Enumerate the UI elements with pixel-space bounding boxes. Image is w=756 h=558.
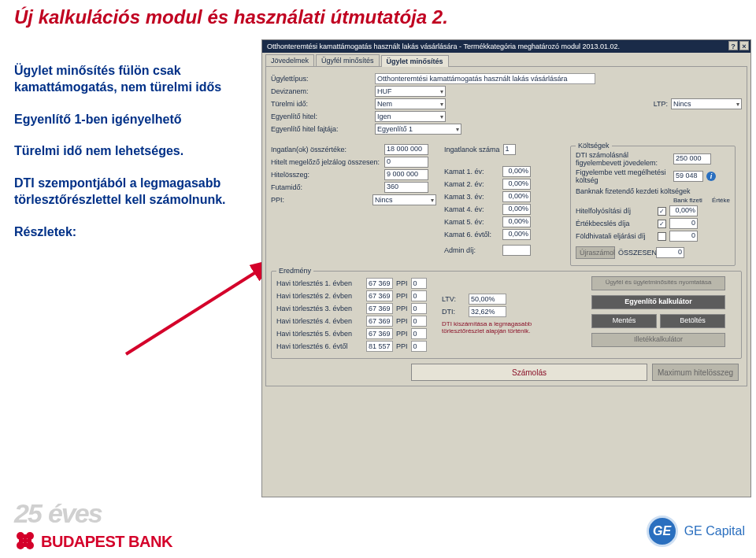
ingatlanok-szama-label: Ingatlanok száma	[444, 146, 500, 153]
svg-point-2	[26, 532, 34, 540]
hitelfolyositasi-check[interactable]	[658, 207, 666, 216]
bank-koltsegek-label: Banknak fizetendő kezdeti költségek	[576, 187, 730, 195]
tab-jovedelmek[interactable]: Jövedelmek	[265, 54, 314, 66]
info-icon[interactable]: i	[706, 172, 716, 181]
kamat2-label: Kamat 2. év:	[444, 180, 499, 188]
torl1-ppi: 0	[411, 278, 427, 289]
dti-label: DTI:	[442, 308, 465, 316]
ertekbecsles-label: Értékbecslés díja	[576, 220, 654, 227]
torl2-label: Havi törlesztés 2. évben	[276, 292, 363, 300]
budapest-bank-icon	[14, 530, 36, 553]
ugylettipus-value: Otthonteremtési kamattámogatás használt …	[375, 73, 595, 84]
futamido-label: Futamidő:	[271, 183, 381, 191]
hitelosszeg-input[interactable]: 9 000 000	[384, 169, 428, 180]
foldhivatali-value[interactable]: 0	[669, 231, 698, 242]
admin-dij-input[interactable]	[502, 245, 531, 256]
tab-ugyfel-minosites[interactable]: Ügyfél minősítés	[316, 54, 380, 66]
megelhetes-value: 59 048	[673, 171, 703, 182]
egyenlito-hitel-label: Egyenlítő hitel:	[271, 113, 372, 120]
slide-title: Új kalkulációs modul és használati útmut…	[14, 6, 448, 28]
middle-column: Ingatlanok száma1 Kamat 1. év:0,00% Kama…	[444, 142, 562, 266]
turelmi-select[interactable]: Nem	[375, 98, 446, 109]
foldhivatali-check[interactable]	[658, 232, 666, 241]
megelhetes-label: Figyelembe vett megélhetési költség	[576, 168, 670, 184]
tabs: Jövedelmek Ügyfél minősítés Ügylet minős…	[265, 54, 747, 66]
osszesen-label: ÖSSZESEN	[618, 249, 653, 257]
ge-capital-text: GE Capital	[684, 524, 745, 538]
note-5: Részletek:	[14, 224, 250, 241]
koltsegek-title: Költségek	[576, 142, 612, 150]
kamat5-input[interactable]: 0,00%	[502, 216, 531, 227]
hitelfolyositasi-value[interactable]: 0,00%	[669, 205, 698, 216]
print-button[interactable]: Ügyfél és ügyletminősítés nyomtatása	[591, 276, 725, 290]
ingatlan-label: Ingatlan(ok) összértéke:	[271, 146, 381, 153]
egyenlito-kalkulator-button[interactable]: Egyenlítő kalkulátor	[591, 295, 725, 309]
kamat4-input[interactable]: 0,00%	[502, 204, 531, 215]
jelzalog-input[interactable]: 0	[384, 157, 428, 168]
ujraszamol-button[interactable]: Újraszámol	[576, 246, 615, 259]
erteke-header: Értéke	[712, 197, 730, 204]
illetekkalkulator-button[interactable]: Illetékkalkulátor	[591, 333, 725, 347]
ingatlanok-szama-input[interactable]: 1	[503, 144, 516, 155]
mentes-button[interactable]: Mentés	[591, 314, 657, 328]
devizanem-select[interactable]: HUF	[375, 86, 446, 97]
budapest-bank-logo: 25 éves BUDAPEST BANK	[14, 494, 172, 553]
note-3: Türelmi idő nem lehetséges.	[14, 143, 250, 160]
svg-point-4	[26, 541, 34, 549]
futamido-input[interactable]: 360	[384, 182, 428, 193]
ltv-label: LTV:	[442, 295, 465, 303]
note-2: Egyenlítő 1-ben igényelhető	[14, 112, 250, 128]
torl6-value: 81 557	[366, 341, 393, 352]
szamolas-button[interactable]: Számolás	[411, 364, 647, 381]
kamat5-label: Kamat 5. év:	[444, 218, 499, 226]
kamat1-label: Kamat 1. év:	[444, 168, 499, 176]
osszesen-value: 0	[656, 247, 684, 258]
dti-jovedelem-label: DTI számolásnál figyelembevett jövedelem…	[576, 151, 670, 167]
ppi-select[interactable]: Nincs	[372, 194, 436, 205]
max-hitelosszeg-button[interactable]: Maximum hitelösszeg	[652, 364, 739, 381]
bank-fizeti-header: Bank fizeti	[673, 197, 702, 204]
turelmi-label: Türelmi idő:	[271, 100, 372, 108]
ltv-value: 50,00%	[469, 294, 506, 305]
kamat2-input[interactable]: 0,00%	[502, 179, 531, 190]
svg-point-1	[17, 532, 24, 540]
footer-buttons: Számolás Maximum hitelösszeg	[271, 364, 742, 381]
kamat6-input[interactable]: 0,00%	[502, 229, 531, 240]
torl5-ppi: 0	[411, 328, 427, 339]
tab-ugylet-minosites[interactable]: Ügylet minősítés	[381, 55, 449, 67]
torl3-ppi: 0	[411, 303, 427, 314]
torl6-ppi: 0	[411, 341, 427, 352]
koltsegek-panel: Költségek DTI számolásnál figyelembevett…	[570, 142, 736, 266]
ppi-col-label: PPI	[396, 279, 408, 287]
ertekbecsles-value[interactable]: 0	[669, 218, 698, 229]
ingatlan-input[interactable]: 18 000 000	[384, 144, 428, 155]
hitelosszeg-label: Hitelösszeg:	[271, 171, 381, 179]
svg-line-0	[126, 260, 276, 354]
ltp-select[interactable]: Nincs	[671, 98, 742, 109]
window-title-bar: Otthonteremtési kamattámogatás használt …	[262, 40, 750, 53]
kamat3-input[interactable]: 0,00%	[502, 191, 531, 202]
kamat6-label: Kamat 6. évtől:	[444, 231, 499, 238]
egyenlito-fajta-select[interactable]: Egyenlítő 1	[375, 124, 461, 135]
svg-point-3	[17, 541, 24, 549]
egyenlito-fajta-label: Egyenlítő hitel fajtája:	[271, 125, 372, 133]
betoltes-button[interactable]: Betöltés	[660, 314, 725, 328]
form-body: Ügylettípus: Otthonteremtési kamattámoga…	[265, 66, 747, 386]
kamat3-label: Kamat 3. év:	[444, 193, 499, 201]
svg-rect-6	[24, 534, 27, 547]
torl2-value: 67 369	[366, 290, 393, 301]
torl1-label: Havi törlesztés 1. évben	[276, 279, 363, 287]
ertekbecsles-check[interactable]	[658, 220, 666, 228]
close-button[interactable]: ×	[739, 41, 749, 50]
kamat1-input[interactable]: 0,00%	[502, 166, 531, 177]
eredmeny-panel: Eredmény Havi törlesztés 1. évben67 369P…	[271, 271, 742, 359]
egyenlito-hitel-select[interactable]: Igen	[375, 111, 446, 122]
app-window: Otthonteremtési kamattámogatás használt …	[261, 39, 751, 497]
devizanem-label: Devizanem:	[271, 87, 372, 95]
torl6-label: Havi törlesztés 6. évtől	[276, 342, 363, 350]
torl5-value: 67 369	[366, 328, 393, 339]
slide-notes: Ügylet minősítés fülön csak kamattámogat…	[14, 63, 250, 257]
left-inputs: Ingatlan(ok) összértéke:18 000 000 Hitel…	[271, 142, 436, 266]
eredmeny-title: Eredmény	[276, 267, 313, 275]
help-button[interactable]: ?	[728, 41, 738, 50]
